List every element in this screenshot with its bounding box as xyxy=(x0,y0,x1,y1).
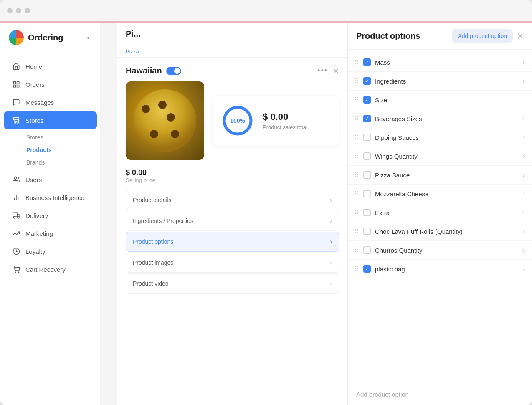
option-chevron-icon: › xyxy=(523,134,525,141)
product-image-section: 100% $ 0.00 Product sales total xyxy=(126,81,339,160)
drag-handle-icon: ⠿ xyxy=(355,78,359,84)
sidebar-item-users[interactable]: Users xyxy=(4,171,97,188)
option-row-mass[interactable]: ⠿ ✓ Mass › xyxy=(348,53,532,72)
option-name-extra: Extra xyxy=(375,209,519,216)
product-image xyxy=(126,81,204,160)
sub-nav: Stores Products Brands xyxy=(0,129,100,170)
product-close-button[interactable]: ✕ xyxy=(333,66,339,76)
progress-ring-container: 100% $ 0.00 Product sales total xyxy=(213,96,339,146)
option-row-dipping-sauces[interactable]: ⠿ Dipping Sauces › xyxy=(348,128,532,147)
sidebar-item-cart-recovery[interactable]: Cart Recovery xyxy=(4,261,97,278)
svg-rect-0 xyxy=(13,81,15,84)
option-checkbox-mozzarella-cheese[interactable] xyxy=(363,190,371,197)
drag-handle-icon: ⠿ xyxy=(355,209,359,216)
subnav-stores[interactable]: Stores xyxy=(22,131,100,144)
option-row-choc-lava-puff-rolls[interactable]: ⠿ Choc Lava Puff Rolls (Quantity) › xyxy=(348,222,532,241)
option-row-ingredients[interactable]: ⠿ ✓ Ingredients › xyxy=(348,72,532,91)
chevron-right-icon: › xyxy=(330,238,332,246)
price-label: Product sales total xyxy=(263,124,307,130)
product-options-panel: Product options Add product option ✕ ⠿ ✓… xyxy=(348,23,532,405)
option-name-wings-quantity: Wings Quantity xyxy=(375,153,519,160)
product-nav-options[interactable]: Product options › xyxy=(126,232,339,252)
loyalty-label: Loyalty xyxy=(25,248,46,255)
price-value: $ 0.00 xyxy=(263,111,307,122)
option-checkbox-dipping-sauces[interactable] xyxy=(363,134,371,141)
title-bar xyxy=(0,0,532,21)
options-close-button[interactable]: ✕ xyxy=(517,31,523,40)
svg-point-14 xyxy=(18,272,19,273)
sidebar-item-loyalty[interactable]: Loyalty xyxy=(4,243,97,260)
product-nav-details[interactable]: Product details › xyxy=(126,190,339,210)
add-product-option-button[interactable]: Add product option xyxy=(452,29,513,43)
home-label: Home xyxy=(25,63,42,70)
option-checkbox-plastic-bag[interactable]: ✓ xyxy=(363,265,371,273)
chevron-right-icon: › xyxy=(330,196,332,204)
option-checkbox-choc-lava-puff-rolls[interactable] xyxy=(363,228,371,235)
sidebar-item-bi[interactable]: Business Intelligence xyxy=(4,189,97,206)
option-chevron-icon: › xyxy=(523,246,525,254)
option-checkbox-size[interactable]: ✓ xyxy=(363,96,371,104)
product-toggle[interactable] xyxy=(166,67,181,75)
option-chevron-icon: › xyxy=(523,96,525,104)
option-row-plastic-bag[interactable]: ⠿ ✓ plastic bag › xyxy=(348,260,532,278)
sidebar-toggle-icon[interactable]: ⇤ xyxy=(86,34,92,42)
sidebar-item-orders[interactable]: Orders xyxy=(4,76,97,93)
product-panel-title: Pi... xyxy=(126,29,339,39)
option-row-churros-quantity[interactable]: ⠿ Churros Quantity › xyxy=(348,241,532,260)
marketing-icon xyxy=(12,229,20,238)
sidebar-item-home[interactable]: Home xyxy=(4,58,97,75)
more-options-icon[interactable]: ••• xyxy=(317,66,328,75)
progress-ring: 100% xyxy=(221,104,254,137)
option-row-pizza-sauce[interactable]: ⠿ Pizza Sauce › xyxy=(348,166,532,185)
delivery-icon xyxy=(12,211,20,220)
subnav-brands[interactable]: Brands xyxy=(22,156,100,169)
option-checkbox-pizza-sauce[interactable] xyxy=(363,171,371,179)
add-option-bottom[interactable]: Add product option xyxy=(348,384,532,405)
sidebar-item-stores[interactable]: Stores xyxy=(4,111,97,129)
product-nav-video[interactable]: Product video › xyxy=(126,273,339,294)
drag-handle-icon: ⠿ xyxy=(355,115,359,122)
pizza-image xyxy=(126,81,204,160)
drag-handle-icon: ⠿ xyxy=(355,153,359,159)
option-chevron-icon: › xyxy=(523,171,525,179)
option-checkbox-ingredients[interactable]: ✓ xyxy=(363,77,371,85)
chevron-right-icon: › xyxy=(330,259,332,266)
options-header: Product options Add product option ✕ xyxy=(348,23,532,50)
option-checkbox-extra[interactable] xyxy=(363,209,371,216)
home-icon xyxy=(12,62,20,71)
sidebar-item-marketing[interactable]: Marketing xyxy=(4,225,97,242)
drag-handle-icon: ⠿ xyxy=(355,96,359,103)
main-area: Pi... Pizza Hawaiian ••• ✕ xyxy=(101,23,532,405)
app-body: Ordering ⇤ Home xyxy=(0,21,532,405)
product-panel-header: Pi... xyxy=(117,23,347,46)
option-checkbox-churros-quantity[interactable] xyxy=(363,246,371,254)
option-row-mozzarella-cheese[interactable]: ⠿ Mozzarella Cheese › xyxy=(348,185,532,203)
option-checkbox-beverages-sizes[interactable]: ✓ xyxy=(363,115,371,122)
option-checkbox-wings-quantity[interactable] xyxy=(363,152,371,160)
sidebar-item-delivery[interactable]: Delivery xyxy=(4,207,97,224)
option-name-beverages-sizes: Beverages Sizes xyxy=(375,115,519,122)
sidebar-nav: Home Orders Messag xyxy=(0,53,100,405)
product-nav-images[interactable]: Product images › xyxy=(126,253,339,273)
drag-handle-icon: ⠿ xyxy=(355,59,359,66)
users-label: Users xyxy=(25,176,42,183)
dot-minimize[interactable] xyxy=(16,8,21,13)
dot-close[interactable] xyxy=(7,8,13,13)
option-row-size[interactable]: ⠿ ✓ Size › xyxy=(348,91,532,109)
option-name-dipping-sauces: Dipping Sauces xyxy=(375,134,519,141)
subnav-products[interactable]: Products xyxy=(22,144,100,156)
option-checkbox-mass[interactable]: ✓ xyxy=(363,58,371,66)
product-detail-panel: Pi... Pizza Hawaiian ••• ✕ xyxy=(117,23,348,405)
sidebar-item-messages[interactable]: Messages xyxy=(4,94,97,111)
stores-label: Stores xyxy=(25,117,43,124)
product-nav-ingredients[interactable]: Ingredients / Properties › xyxy=(126,211,339,231)
svg-point-4 xyxy=(14,177,17,179)
option-row-wings-quantity[interactable]: ⠿ Wings Quantity › xyxy=(348,147,532,166)
option-row-extra[interactable]: ⠿ Extra › xyxy=(348,203,532,222)
product-name: Hawaiian xyxy=(126,66,162,76)
product-stats: 100% $ 0.00 Product sales total xyxy=(213,96,339,146)
dot-maximize[interactable] xyxy=(25,8,30,13)
option-name-pizza-sauce: Pizza Sauce xyxy=(375,172,519,179)
option-row-beverages-sizes[interactable]: ⠿ ✓ Beverages Sizes › xyxy=(348,109,532,128)
sidebar: Ordering ⇤ Home xyxy=(0,23,101,405)
